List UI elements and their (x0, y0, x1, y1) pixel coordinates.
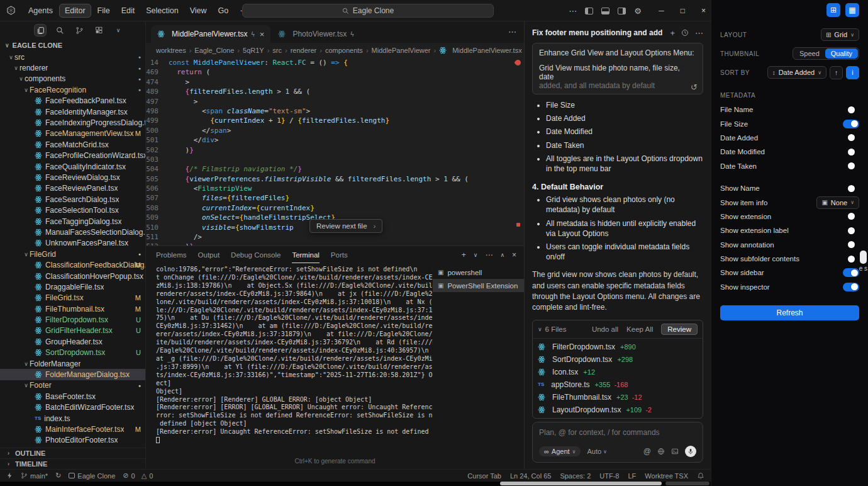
tree-item-facefeedbackpanel-tsx[interactable]: FaceFeedbackPanel.tsx (0, 96, 145, 106)
panel-tab-output[interactable]: Output (198, 247, 220, 263)
speed-option[interactable]: Speed (794, 48, 825, 59)
tree-item-facereviewdialog-tsx[interactable]: FaceReviewDialog.tsx (0, 172, 145, 183)
tree-item-facereviewpanel-tsx[interactable]: FaceReviewPanel.tsx (0, 183, 145, 194)
search-icon[interactable] (53, 24, 66, 37)
editor-tab-photoviewer-tsx[interactable]: PhotoViewer.tsxϟ (272, 25, 360, 43)
changed-file-filterdropdown-tsx[interactable]: FilterDropdown.tsx+890 (533, 341, 703, 353)
menu-file[interactable]: File (92, 4, 115, 17)
terminal-session-powershell-extension[interactable]: ▣PowerShell Extension (433, 279, 524, 292)
toggle-show-name[interactable] (843, 184, 859, 193)
breadcrumb-item[interactable]: MiddlePanelViewer.tsx (439, 47, 521, 54)
breadcrumb-item[interactable]: Eagle_Clone (194, 47, 234, 54)
tree-item-faceprofilecreationwizard-tsx[interactable]: FaceProfileCreationWizard.tsx (0, 150, 145, 161)
panel-tab-problems[interactable]: Problems (156, 247, 187, 263)
tree-item-maininterfacefooter-tsx[interactable]: MainInterfaceFooter.tsxM (0, 424, 145, 434)
menu-view[interactable]: View (185, 4, 212, 17)
tree-item-facesearchdialog-tsx[interactable]: FaceSearchDialog.tsx (0, 194, 145, 205)
close-tab-icon[interactable]: × (260, 30, 265, 39)
changed-file-sortdropdown-tsx[interactable]: SortDropdown.tsx+298 (533, 353, 703, 366)
tree-item-draggablefile-tsx[interactable]: DraggableFile.tsx (0, 281, 145, 292)
quality-option[interactable]: Quality (825, 48, 858, 59)
mention-icon[interactable]: @ (643, 447, 651, 456)
sort-direction-button[interactable]: ↑ (830, 66, 843, 79)
toggle-panel-icon[interactable] (601, 8, 609, 14)
refresh-button[interactable]: Refresh (720, 305, 859, 320)
changed-file-appstore-ts[interactable]: TSappStore.ts+355-168 (533, 378, 703, 391)
chevron-down-icon[interactable]: ∨ (538, 326, 542, 332)
menu-agents[interactable]: Agents (23, 4, 58, 17)
panel-close-icon[interactable]: × (512, 251, 516, 259)
breadcrumb-item[interactable]: renderer (291, 47, 317, 54)
toggle-show-subfolder-contents[interactable] (843, 254, 859, 263)
menu-editor[interactable]: Editor (59, 4, 91, 18)
tree-item-index-ts[interactable]: TSindex.ts (0, 413, 145, 424)
remote-icon[interactable] (6, 472, 13, 479)
panel-more-icon[interactable]: ⋯ (485, 251, 492, 259)
close-button[interactable]: × (701, 6, 706, 15)
toggle-secondary-sidebar-icon[interactable] (618, 8, 626, 14)
changed-file-filethumbnail-tsx[interactable]: FileThumbnail.tsx+23-12 (533, 391, 703, 404)
changed-file-icon-tsx[interactable]: Icon.tsx+12 (533, 366, 703, 378)
menu-edit[interactable]: Edit (116, 4, 140, 17)
tree-item-facemanagementview-tsx[interactable]: FaceManagementView.tsxM (0, 128, 145, 139)
changed-file-layoutdropdown-tsx[interactable]: LayoutDropdown.tsx+109-2 (533, 404, 703, 416)
status-cursor-tab[interactable]: Cursor Tab (467, 472, 501, 480)
model-dropdown[interactable]: Auto ∨ (587, 448, 607, 455)
tree-item-renderer[interactable]: ∨renderer● (0, 62, 145, 73)
layout-select[interactable]: ⊞Grid∨ (821, 28, 859, 41)
panel-tab-debug-console[interactable]: Debug Console (231, 247, 281, 263)
toggle-show-inspector[interactable] (843, 283, 859, 291)
history-icon[interactable] (681, 29, 689, 37)
keep-all-button[interactable]: Keep All (626, 325, 653, 333)
title-more-icon[interactable]: ⋯ (569, 6, 577, 16)
chevron-down-icon[interactable]: ∨ (112, 24, 125, 37)
toggle-show-annotation[interactable] (843, 240, 859, 249)
tree-item-classificationhoverpopup-tsx[interactable]: ClassificationHoverPopup.tsx (0, 271, 145, 281)
editor-actions-icon[interactable]: ⋯ (508, 27, 516, 37)
status-spaces-2[interactable]: Spaces: 2 (560, 472, 591, 480)
extensions-icon[interactable] (92, 24, 105, 37)
review-button[interactable]: Review (661, 324, 698, 335)
select-show-item-info[interactable]: ▣None∨ (816, 196, 859, 209)
tree-item-faceselectiontool-tsx[interactable]: FaceSelectionTool.tsx (0, 205, 145, 215)
web-icon[interactable] (657, 448, 665, 455)
chat-more-icon[interactable]: ⋯ (695, 28, 703, 38)
new-terminal-icon[interactable]: + (462, 251, 466, 259)
tree-item-filegrid-tsx[interactable]: FileGrid.tsxM (0, 293, 145, 303)
list-view-button[interactable]: ▦ (845, 3, 859, 17)
restore-checkpoint-icon[interactable]: ↺ (691, 82, 698, 92)
tree-item-unknownfacespanel-tsx[interactable]: UnknownFacesPanel.tsx (0, 238, 145, 249)
breadcrumb-item[interactable]: MiddlePanelViewer (372, 47, 431, 54)
toggle-show-sidebar[interactable] (843, 268, 859, 277)
toggle-sidebar-icon[interactable] (585, 8, 593, 14)
toggle-show-extension[interactable] (843, 212, 859, 221)
bell-icon[interactable] (697, 472, 704, 480)
command-center-search[interactable]: Eagle Clone (242, 4, 494, 18)
code-editor[interactable]: 14const MiddlePanelViewer: React.FC = ()… (146, 58, 524, 246)
review-next-file-tooltip[interactable]: Review next file › (309, 219, 382, 233)
grid-view-button[interactable]: ⊞ (826, 3, 840, 17)
agent-mode-dropdown[interactable]: ∞ Agent ∨ (539, 446, 581, 456)
tree-item-classificationfeedbackdialog-tsx[interactable]: ClassificationFeedbackDialog.tsxM (0, 259, 145, 270)
tree-item-basefooter-tsx[interactable]: BaseFooter.tsx (0, 391, 145, 402)
status-utf-8[interactable]: UTF-8 (599, 472, 619, 480)
tree-item-filethumbnail-tsx[interactable]: FileThumbnail.tsxM (0, 303, 145, 314)
toggle-file-name[interactable] (843, 105, 859, 114)
breadcrumb-item[interactable]: components (325, 47, 363, 54)
settings-gear-icon[interactable]: ⚙ (634, 6, 642, 16)
tree-item-src[interactable]: ∨src● (0, 52, 145, 62)
tree-item-filterdropdown-tsx[interactable]: FilterDropdown.tsxU (0, 314, 145, 325)
tree-item-gridfilterheader-tsx[interactable]: GridFilterHeader.tsxU (0, 325, 145, 336)
tree-item-footer[interactable]: ∨Footer● (0, 380, 145, 391)
tree-item-photoeditorfooter-tsx[interactable]: PhotoEditorFooter.tsx (0, 435, 145, 446)
explorer-icon[interactable] (34, 24, 47, 37)
image-icon[interactable] (671, 448, 679, 455)
toggle-date-modified[interactable] (843, 147, 859, 156)
tree-item-facerecognition[interactable]: ∨FaceRecognition● (0, 84, 145, 95)
terminal-dropdown-icon[interactable]: ∨ (474, 252, 478, 258)
section-outline[interactable]: ›OUTLINE (0, 448, 145, 458)
scrollbar-thumb[interactable] (860, 251, 867, 264)
menu-selection[interactable]: Selection (141, 4, 183, 17)
maximize-button[interactable]: □ (681, 6, 685, 15)
source-control-icon[interactable] (73, 24, 86, 37)
